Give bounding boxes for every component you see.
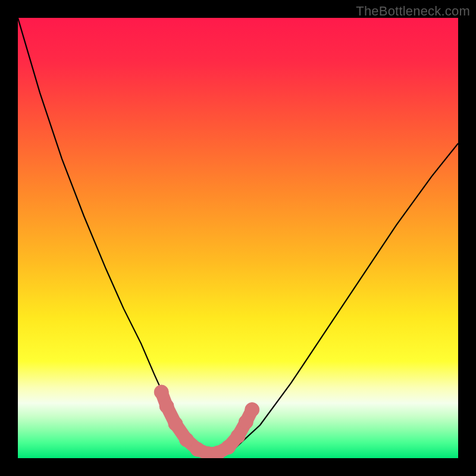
marker-dots-group [154, 385, 259, 458]
marker-dot [245, 403, 259, 417]
marker-dot [168, 416, 183, 431]
marker-dot [221, 440, 236, 455]
plot-area [18, 18, 458, 458]
bottleneck-curve [18, 18, 458, 455]
marker-dot [159, 399, 174, 414]
curve-layer [18, 18, 458, 458]
marker-dot [179, 433, 193, 447]
marker-dot [154, 385, 168, 399]
marker-dot [231, 429, 245, 443]
watermark-text: TheBottleneck.com [356, 4, 470, 19]
chart-frame: TheBottleneck.com [0, 0, 476, 476]
